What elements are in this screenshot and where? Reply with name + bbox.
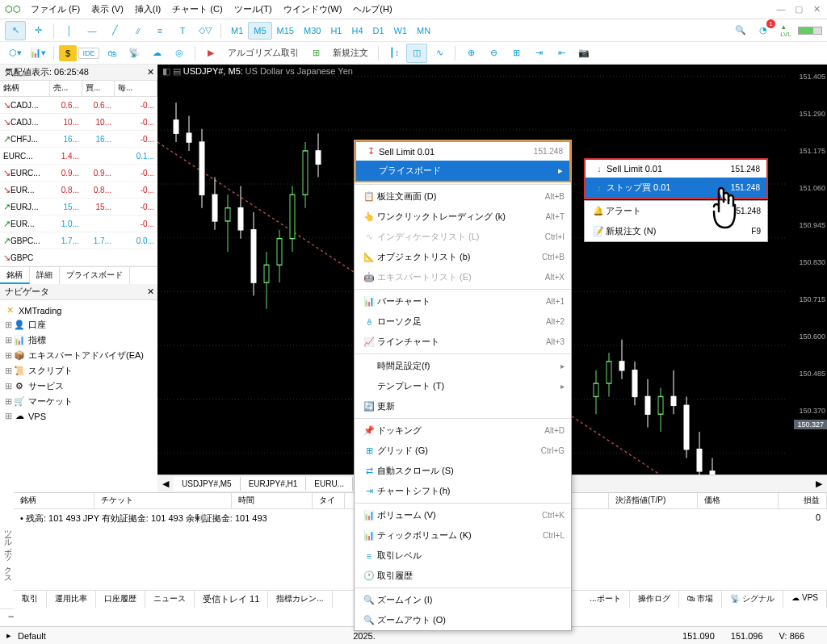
cursor-tool[interactable]: ↖: [5, 21, 26, 40]
new-order-icon[interactable]: ⊞: [305, 44, 326, 63]
ctx-item[interactable]: 🔍ズームイン (I): [355, 590, 571, 610]
nav-item[interactable]: ⊞📊指標: [3, 332, 154, 348]
menu-tools[interactable]: ツール(T): [234, 3, 272, 15]
term-col-price[interactable]: 価格: [698, 493, 779, 508]
screenshot-icon[interactable]: 📷: [573, 44, 594, 63]
mw-row[interactable]: ↘ CADJ...10...10...-0...: [0, 114, 157, 131]
term-col-time[interactable]: 時間: [232, 493, 313, 508]
sub-alert[interactable]: 🔔 アラート 151.248: [585, 201, 767, 221]
sub-new-order[interactable]: 📝 新規注文 (N) F9: [585, 221, 767, 241]
mw-row[interactable]: ↘ EURC...0.9...0.9...-0...: [0, 165, 157, 182]
ctx-item[interactable]: 👆ワンクリックトレーディング (k)Alt+T: [355, 207, 571, 227]
mw-row[interactable]: ↗ EUR...1.0...-0...: [0, 215, 157, 232]
mw-col-ask[interactable]: 買...: [82, 81, 115, 96]
mw-tab-priceboard[interactable]: プライスボード: [60, 267, 130, 284]
ctx-item[interactable]: ⊞グリッド (G)Ctrl+G: [355, 441, 571, 461]
ctx-sell-limit[interactable]: ↧ Sell Limit 0.01 151.248: [356, 142, 569, 161]
fibo-tool[interactable]: ≡: [149, 21, 170, 40]
ctx-item[interactable]: 📌ドッキングAlt+D: [355, 420, 571, 441]
timeframe-M5[interactable]: M5: [248, 22, 271, 40]
nav-root[interactable]: ✕XMTrading: [3, 303, 154, 317]
nav-item[interactable]: ⊞📦エキスパートアドバイザ(EA): [3, 348, 154, 363]
term-tab-mailbox[interactable]: 受信トレイ 11: [195, 591, 268, 608]
mw-tab-symbols[interactable]: 銘柄: [0, 267, 30, 284]
timeframe-M1[interactable]: M1: [226, 22, 248, 40]
mw-tab-details[interactable]: 詳細: [30, 267, 60, 284]
zoom-out-icon[interactable]: ⊖: [483, 44, 504, 63]
autoscroll-icon[interactable]: ⇥: [528, 44, 549, 63]
term-col-tp[interactable]: 決済指値(T/P): [609, 493, 698, 508]
nav-item[interactable]: ⊞⚙サービス: [3, 378, 154, 394]
menu-help[interactable]: ヘルプ(H): [353, 3, 392, 15]
ctx-item[interactable]: 時間足設定(f)▸: [355, 356, 571, 376]
term-tab-experts[interactable]: ...ポート: [581, 591, 629, 608]
algo-trading-label[interactable]: アルゴリズム取引: [223, 47, 304, 59]
term-tab-signals[interactable]: 📡 シグナル: [722, 591, 783, 608]
nav-item[interactable]: ⊞📜スクリプト: [3, 363, 154, 378]
term-tab-trade[interactable]: 取引: [14, 591, 47, 608]
term-tab-exposure[interactable]: 運用比率: [47, 591, 96, 608]
shift-icon[interactable]: ⇤: [551, 44, 572, 63]
menu-insert[interactable]: 挿入(I): [135, 3, 161, 15]
ctx-item[interactable]: 📐オブジェクトリスト (b)Ctrl+B: [355, 247, 571, 267]
ctx-item[interactable]: 📊バーチャートAlt+1: [355, 291, 571, 312]
menu-file[interactable]: ファイル (F): [31, 3, 80, 15]
term-tab-history[interactable]: 口座履歴: [96, 591, 145, 608]
ctx-item[interactable]: ∿インディケータリスト (L)Ctrl+I: [355, 227, 571, 247]
ctx-item[interactable]: 📈ラインチャートAlt+3: [355, 332, 571, 352]
mw-row[interactable]: ↗ EURJ...15...15...-0...: [0, 199, 157, 215]
term-col-pl[interactable]: 損益: [779, 493, 827, 508]
ctx-item[interactable]: ⇄自動スクロール (S): [355, 461, 571, 481]
term-col-type[interactable]: タイ: [313, 493, 345, 508]
new-order-label[interactable]: 新規注文: [328, 47, 373, 59]
trendline-tool[interactable]: ╱: [104, 21, 125, 40]
ctx-item[interactable]: 🔍ズームアウト (O): [355, 610, 571, 630]
chart-tab-usdjpy[interactable]: USDJPY#,M5: [174, 477, 241, 491]
ctx-item[interactable]: テンプレート (T)▸: [355, 376, 571, 396]
search-icon[interactable]: 🔍: [730, 21, 751, 40]
tile-icon[interactable]: ⊞: [506, 44, 527, 63]
new-chart-icon[interactable]: ⬡▾: [5, 44, 26, 63]
vps-icon[interactable]: ☁: [146, 44, 167, 63]
nav-item[interactable]: ⊞👤口座: [3, 317, 154, 332]
timeframe-M15[interactable]: M15: [272, 22, 299, 40]
payments-icon[interactable]: ◎: [169, 44, 190, 63]
candle-chart-icon[interactable]: ◫: [406, 44, 427, 63]
algo-stop-icon[interactable]: ▶: [200, 44, 221, 63]
mw-row[interactable]: ↘ CADJ...0.6...0.6...-0...: [0, 97, 157, 114]
ctx-item[interactable]: ⇥チャートシフト(h): [355, 481, 571, 501]
timeframe-H1[interactable]: H1: [325, 22, 346, 40]
dollar-icon[interactable]: $: [59, 45, 77, 61]
term-tab-journal[interactable]: 操作ログ: [630, 591, 679, 608]
timeframe-MN[interactable]: MN: [412, 22, 435, 40]
ctx-price-board[interactable]: プライスボード ▸: [356, 161, 569, 181]
text-tool[interactable]: T: [172, 21, 193, 40]
mw-row[interactable]: EURC...1.4...0.1...: [0, 148, 157, 165]
minimize-button[interactable]: —: [775, 4, 787, 15]
chart-tab-next[interactable]: ▶: [811, 479, 827, 489]
menu-view[interactable]: 表示 (V): [91, 3, 124, 15]
maximize-button[interactable]: ▢: [793, 4, 804, 15]
mw-row[interactable]: ↗ CHFJ...16...16...-0...: [0, 131, 157, 148]
chart-tab-eurusd[interactable]: EURU...: [306, 477, 353, 491]
chart-tab-prev[interactable]: ◀: [157, 479, 174, 489]
ctx-item[interactable]: 📊ボリューム (V)Ctrl+K: [355, 505, 571, 525]
ctx-item[interactable]: 🤖エキスパートリスト (E)Alt+X: [355, 267, 571, 287]
nav-item[interactable]: ⊞🛒マーケット: [3, 394, 154, 409]
shapes-tool[interactable]: ◇▽: [195, 21, 216, 40]
ide-button[interactable]: IDE: [78, 44, 99, 63]
term-tab-calendar[interactable]: 指標カレン...: [268, 591, 332, 608]
mw-col-bid[interactable]: 売...: [50, 81, 82, 96]
mw-col-symbol[interactable]: 銘柄: [0, 81, 50, 96]
line-chart-icon[interactable]: ∿: [429, 44, 450, 63]
chart-tab-eurjpy[interactable]: EURJPY#,H1: [241, 477, 307, 491]
timeframe-M30[interactable]: M30: [299, 22, 325, 40]
nav-item[interactable]: ⊞☁VPS: [3, 409, 154, 423]
mw-close-icon[interactable]: ✕: [147, 67, 154, 77]
term-tab-market[interactable]: 🛍 市場: [679, 591, 723, 608]
window-close-button[interactable]: ✕: [811, 4, 822, 15]
term-tab-vps[interactable]: ☁ VPS: [783, 591, 827, 608]
ctx-item[interactable]: 🔄更新: [355, 396, 571, 416]
timeframe-W1[interactable]: W1: [389, 22, 413, 40]
timeframe-H4[interactable]: H4: [346, 22, 367, 40]
